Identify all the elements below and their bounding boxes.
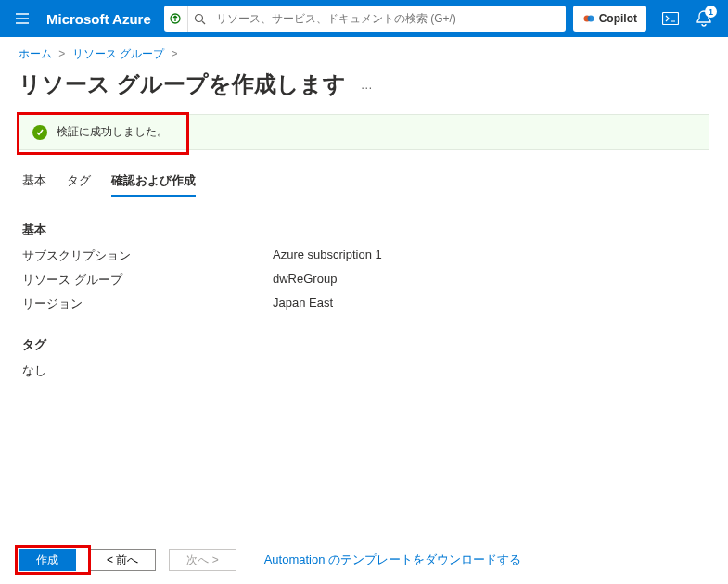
section-tags: タグ なし bbox=[0, 336, 728, 379]
more-actions-icon[interactable]: … bbox=[361, 78, 375, 92]
tabs: 基本 タグ 確認および作成 bbox=[0, 167, 728, 197]
page-title: リソース グループを作成します bbox=[19, 70, 346, 99]
svg-point-1 bbox=[196, 14, 203, 21]
search-input[interactable] bbox=[212, 12, 566, 25]
kv-row: リージョン Japan East bbox=[22, 296, 706, 312]
top-header: Microsoft Azure Copilot 1 bbox=[0, 0, 728, 37]
tab-tags[interactable]: タグ bbox=[67, 167, 91, 197]
svg-point-3 bbox=[587, 16, 594, 22]
kv-row: リソース グループ dwReGroup bbox=[22, 272, 706, 288]
notifications-icon[interactable]: 1 bbox=[687, 4, 721, 33]
breadcrumb-home[interactable]: ホーム bbox=[19, 47, 52, 60]
hamburger-menu-icon[interactable] bbox=[7, 4, 37, 33]
search-scope-icon[interactable] bbox=[164, 6, 188, 32]
page-title-row: リソース グループを作成します … bbox=[0, 66, 728, 114]
kv-key-subscription: サブスクリプション bbox=[22, 248, 273, 264]
tags-none: なし bbox=[22, 362, 706, 379]
search-box[interactable] bbox=[164, 6, 566, 32]
search-icon bbox=[188, 13, 212, 25]
kv-val-subscription: Azure subscription 1 bbox=[273, 248, 382, 264]
kv-key-resource-group: リソース グループ bbox=[22, 272, 273, 288]
section-basic-title: 基本 bbox=[22, 222, 706, 238]
kv-val-resource-group: dwReGroup bbox=[273, 272, 337, 288]
kv-key-region: リージョン bbox=[22, 296, 273, 312]
tab-basic[interactable]: 基本 bbox=[22, 167, 46, 197]
breadcrumb-resource-group[interactable]: リソース グループ bbox=[72, 47, 164, 60]
validation-banner: 検証に成功しました。 bbox=[19, 114, 709, 150]
kv-val-region: Japan East bbox=[273, 296, 333, 312]
notification-badge: 1 bbox=[705, 6, 717, 18]
breadcrumb: ホーム > リソース グループ > bbox=[0, 37, 728, 66]
section-tags-title: タグ bbox=[22, 336, 706, 353]
azure-logo[interactable]: Microsoft Azure bbox=[46, 11, 151, 27]
copilot-button[interactable]: Copilot bbox=[573, 6, 646, 32]
copilot-icon bbox=[582, 12, 595, 25]
chevron-right-icon: > bbox=[58, 47, 65, 60]
check-circle-icon bbox=[32, 125, 47, 140]
svg-rect-4 bbox=[663, 13, 679, 25]
chevron-right-icon: > bbox=[171, 47, 177, 60]
kv-row: サブスクリプション Azure subscription 1 bbox=[22, 248, 706, 264]
tab-review-create[interactable]: 確認および作成 bbox=[111, 167, 196, 197]
section-basic: 基本 サブスクリプション Azure subscription 1 リソース グ… bbox=[0, 222, 728, 312]
cloud-shell-icon[interactable] bbox=[654, 4, 687, 33]
validation-message: 検証に成功しました。 bbox=[57, 124, 168, 140]
copilot-label: Copilot bbox=[599, 12, 637, 25]
